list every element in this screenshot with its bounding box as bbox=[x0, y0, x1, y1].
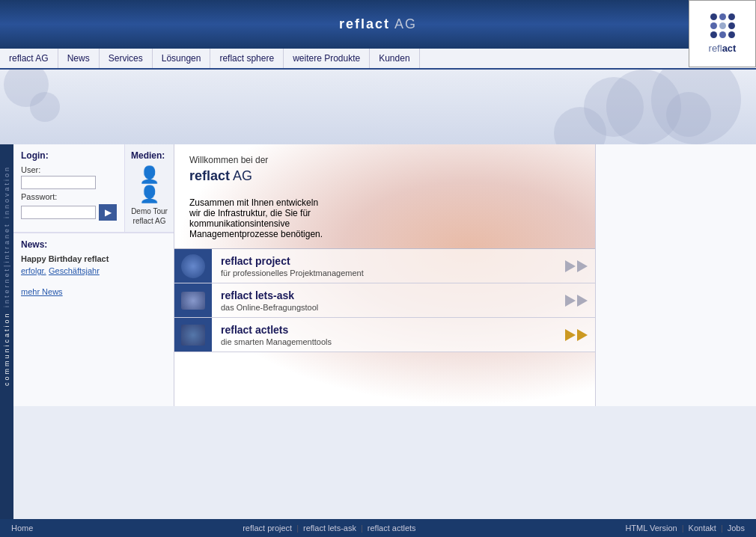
arrow-icon-actlets-2 bbox=[577, 329, 588, 341]
deco-circle bbox=[30, 92, 60, 122]
logo-dot bbox=[719, 13, 726, 20]
product-name-actlets: reflact actlets bbox=[221, 324, 549, 336]
login-medien-section: Login: User: Passwort: ▶ Medien: 👤👤 bbox=[13, 144, 174, 233]
logo-dots bbox=[710, 13, 735, 38]
lets-ask-icon-shape bbox=[181, 292, 205, 310]
logo-dot bbox=[710, 13, 717, 20]
news-title: News: bbox=[21, 239, 166, 250]
product-arrow-project bbox=[558, 249, 595, 283]
user-input[interactable] bbox=[21, 176, 96, 189]
news-link-1[interactable]: erfolgr. bbox=[21, 266, 46, 275]
main-wrapper: communication internet|intranet innovati… bbox=[0, 144, 756, 406]
product-arrow-actlets bbox=[558, 318, 595, 352]
logo-dot bbox=[710, 31, 717, 38]
content-bg-ext bbox=[13, 406, 756, 522]
welcome-name-prefix: reflact bbox=[189, 168, 230, 183]
header-ag: AG bbox=[390, 16, 417, 31]
news-section: News: Happy Birthday reflact erfolgr. Ge… bbox=[13, 233, 174, 302]
nav-item-news[interactable]: News bbox=[58, 49, 100, 68]
mehr-news-link[interactable]: mehr News bbox=[21, 287, 166, 296]
arrow-icon-actlets bbox=[565, 329, 576, 341]
product-desc-lets-ask: das Online-Befragungstool bbox=[221, 303, 549, 312]
user-row: User: bbox=[21, 165, 117, 189]
sidebar-ext bbox=[0, 406, 13, 522]
login-title: Login: bbox=[21, 150, 117, 161]
product-desc-actlets: die smarten Managementtools bbox=[221, 337, 549, 346]
banner bbox=[0, 70, 756, 144]
header: reflact AG reflact bbox=[0, 0, 756, 49]
welcome-name-suffix: AG bbox=[230, 168, 252, 183]
product-arrow-lets-ask bbox=[558, 283, 595, 317]
product-info-actlets: reflact actlets die smarten Managementto… bbox=[212, 319, 558, 351]
demo-tour-label-2: reflact AG bbox=[131, 216, 168, 226]
arrow-icon-lets-ask-2 bbox=[577, 295, 588, 307]
logo-dot bbox=[728, 31, 735, 38]
logo-dot bbox=[728, 22, 735, 29]
product-bold-actlets: actlets bbox=[252, 324, 288, 336]
logo-text: reflact bbox=[709, 43, 737, 54]
product-row-lets-ask[interactable]: reflact lets-ask das Online-Befragungsto… bbox=[174, 283, 595, 318]
logo-dot bbox=[719, 31, 726, 38]
footer: Home reflact project | reflact lets-ask … bbox=[0, 519, 756, 522]
desc-line-4: Managementprozesse benötigen. bbox=[189, 229, 580, 239]
desc-line-3: kommunikationsintensive bbox=[189, 218, 580, 229]
arrow-icon-lets-ask bbox=[565, 295, 576, 307]
product-bold-lets-ask: lets-ask bbox=[252, 289, 294, 301]
actlets-icon-shape bbox=[181, 325, 205, 346]
desc-line-2: wir die Infrastruktur, die Sie für bbox=[189, 208, 580, 218]
nav-item-loesungen[interactable]: Lösungen bbox=[153, 49, 211, 68]
login-submit-button[interactable]: ▶ bbox=[99, 204, 117, 221]
product-prefix-lets-ask: reflact bbox=[221, 289, 252, 301]
nav-item-sphere[interactable]: reflact sphere bbox=[210, 49, 284, 68]
welcome-name: reflact AG bbox=[189, 168, 580, 184]
project-icon-shape bbox=[181, 254, 205, 278]
banner-left-deco bbox=[0, 70, 75, 144]
product-row-project[interactable]: reflact project für professionelles Proj… bbox=[174, 249, 595, 283]
product-info-lets-ask: reflact lets-ask das Online-Befragungsto… bbox=[212, 285, 558, 316]
products-grid: reflact project für professionelles Proj… bbox=[174, 248, 595, 352]
product-row-actlets[interactable]: reflact actlets die smarten Managementto… bbox=[174, 318, 595, 352]
header-title: reflact AG bbox=[339, 16, 417, 32]
left-panel: Login: User: Passwort: ▶ Medien: 👤👤 bbox=[13, 144, 174, 406]
logo-dot bbox=[710, 22, 717, 29]
login-column: Login: User: Passwort: ▶ bbox=[13, 144, 124, 233]
product-name-project: reflact project bbox=[221, 255, 549, 267]
main-background bbox=[0, 406, 756, 522]
product-icon-lets-ask bbox=[174, 283, 212, 317]
product-icon-project bbox=[174, 249, 212, 283]
product-prefix-project: reflact bbox=[221, 255, 252, 267]
product-name-lets-ask: reflact lets-ask bbox=[221, 289, 549, 301]
nav-item-produkte[interactable]: weitere Produkte bbox=[284, 49, 370, 68]
nav-item-kunden[interactable]: Kunden bbox=[370, 49, 419, 68]
news-item-title: Happy Birthday reflact bbox=[21, 254, 166, 263]
vertical-sidebar: communication internet|intranet innovati… bbox=[0, 144, 13, 406]
product-icon-actlets bbox=[174, 318, 212, 352]
desc-line-1: Zusammen mit Ihnen entwickeln bbox=[189, 197, 580, 208]
nav-item-services[interactable]: Services bbox=[100, 49, 153, 68]
demo-tour-label-1: Demo Tour bbox=[131, 206, 168, 216]
medien-column: Medien: 👤👤 Demo Tour reflact AG bbox=[124, 144, 174, 233]
nav-bar: reflact AG News Services Lösungen reflac… bbox=[0, 49, 756, 70]
product-prefix-actlets: reflact bbox=[221, 324, 252, 336]
right-content: Willkommen bei der reflact AG Zusammen m… bbox=[174, 144, 595, 406]
product-info-project: reflact project für professionelles Proj… bbox=[212, 251, 558, 282]
nav-item-reflact-ag[interactable]: reflact AG bbox=[0, 49, 58, 68]
arrow-icon-project bbox=[565, 260, 576, 272]
welcome-label: Willkommen bei der bbox=[189, 155, 580, 165]
news-link-2[interactable]: Geschäftsjahr bbox=[49, 266, 100, 275]
demo-tour-icon: 👤👤 bbox=[131, 165, 168, 204]
password-input[interactable] bbox=[21, 206, 96, 219]
logo-dot bbox=[728, 13, 735, 20]
logo-box: reflact bbox=[689, 0, 756, 67]
arrow-icon-project-2 bbox=[577, 260, 588, 272]
user-label: User: bbox=[21, 165, 117, 174]
demo-tour-item[interactable]: 👤👤 Demo Tour reflact AG bbox=[131, 165, 168, 226]
password-row: Passwort: ▶ bbox=[21, 192, 117, 221]
password-submit-row: ▶ bbox=[21, 204, 117, 221]
medien-title: Medien: bbox=[131, 150, 168, 161]
product-bold-project: project bbox=[252, 255, 290, 267]
right-divider bbox=[595, 144, 756, 406]
logo-dot bbox=[719, 22, 726, 29]
header-brand: reflact bbox=[339, 16, 390, 31]
banner-decoration bbox=[531, 70, 756, 144]
